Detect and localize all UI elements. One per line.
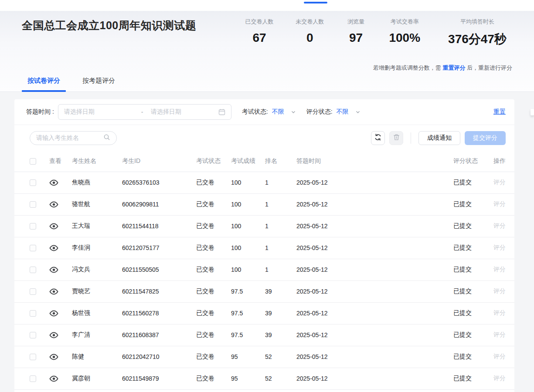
col-exam-score: 考试成绩 <box>226 151 260 172</box>
chevron-down-icon[interactable] <box>355 109 361 115</box>
table-row: 骆世航 60062909811 已交卷 100 1 2025-05-12 已提交… <box>14 193 514 215</box>
view-eye-icon[interactable] <box>49 243 58 253</box>
answer-time: 2025-05-12 <box>291 324 448 346</box>
table-row: 贾晓艺 60211547825 已交卷 97.5 39 2025-05-12 已… <box>14 280 514 302</box>
scrollbar-thumb[interactable] <box>531 109 534 115</box>
view-eye-icon[interactable] <box>49 222 58 231</box>
row-checkbox[interactable] <box>30 267 36 273</box>
row-checkbox[interactable] <box>30 201 36 208</box>
date-range-input[interactable]: 请选择日期 - 请选择日期 <box>58 104 231 120</box>
exam-status: 已交卷 <box>191 215 226 237</box>
stat-value: 100% <box>384 31 425 45</box>
row-checkbox[interactable] <box>30 223 36 230</box>
view-eye-icon[interactable] <box>49 331 58 340</box>
table-row: 冯文兵 60211550505 已交卷 100 1 2025-05-12 已提交… <box>14 259 514 280</box>
grading-status: 已提交 <box>448 280 483 302</box>
row-checkbox[interactable] <box>30 332 36 338</box>
grade-action-link[interactable]: 评分 <box>493 179 506 186</box>
date-end-placeholder: 请选择日期 <box>151 108 218 116</box>
view-eye-icon[interactable] <box>49 178 58 187</box>
exam-status-filter[interactable]: 考试状态: 不限 <box>242 108 296 116</box>
stat-item: 已交卷人数 67 <box>242 18 277 47</box>
grade-action-link[interactable]: 评分 <box>493 331 506 338</box>
row-checkbox[interactable] <box>30 310 36 317</box>
row-checkbox[interactable] <box>30 375 36 382</box>
view-eye-icon[interactable] <box>49 200 58 209</box>
refresh-button[interactable] <box>371 131 385 145</box>
stat-label: 浏览量 <box>343 18 369 26</box>
examinee-id: 60211608387 <box>117 324 191 346</box>
toolbar-actions: 成绩通知 提交评分 <box>371 131 506 145</box>
search-icon[interactable] <box>103 134 110 142</box>
score-status-value[interactable]: 不限 <box>337 108 349 116</box>
exam-score: 95 <box>226 346 260 368</box>
grade-action-link[interactable]: 评分 <box>493 266 506 273</box>
examinee-id: 60211560278 <box>117 302 191 324</box>
row-checkbox[interactable] <box>30 354 36 360</box>
stat-item: 未交卷人数 0 <box>293 18 327 47</box>
view-eye-icon[interactable] <box>49 352 58 362</box>
stat-value: 97 <box>343 31 369 45</box>
row-checkbox[interactable] <box>30 179 36 186</box>
examinee-name: 李佳润 <box>67 237 117 259</box>
grade-action-link[interactable]: 评分 <box>493 375 506 382</box>
view-eye-icon[interactable] <box>49 374 58 383</box>
row-checkbox[interactable] <box>30 245 36 251</box>
tab-label: 按试卷评分 <box>27 77 60 84</box>
score-notify-button[interactable]: 成绩通知 <box>418 131 460 145</box>
exam-status: 已交卷 <box>191 280 226 302</box>
exam-status-value[interactable]: 不限 <box>272 108 284 116</box>
grading-status: 已提交 <box>448 193 483 215</box>
exam-grading-screen: 全国总工会成立100周年知识测试题 已交卷人数 67 未交卷人数 0 浏览量 9… <box>0 0 534 392</box>
col-view: 查看 <box>41 151 67 172</box>
score-status-filter[interactable]: 评分状态: 不限 <box>306 108 361 116</box>
tab-score-by-question[interactable]: 按考题评分 <box>77 77 121 91</box>
examinee-id: 60211550505 <box>117 259 191 280</box>
reset-score-link[interactable]: 重置评分 <box>442 64 465 71</box>
examinee-name: 李广清 <box>67 324 117 346</box>
stat-value: 67 <box>242 31 277 45</box>
top-strip <box>0 0 534 11</box>
date-start-placeholder: 请选择日期 <box>64 108 141 116</box>
rank-value: 1 <box>260 237 291 259</box>
exam-status: 已交卷 <box>191 259 226 280</box>
filter-row: 答题时间 : 请选择日期 - 请选择日期 考试状态: 不限 <box>14 99 514 125</box>
calendar-icon[interactable] <box>218 108 225 115</box>
exam-header: 全国总工会成立100周年知识测试题 已交卷人数 67 未交卷人数 0 浏览量 9… <box>0 11 534 92</box>
col-examinee-id: 考生ID <box>117 151 191 172</box>
grading-status: 已提交 <box>448 215 483 237</box>
view-eye-icon[interactable] <box>49 309 58 318</box>
exam-score: 97.5 <box>226 302 260 324</box>
exam-status-label: 考试状态: <box>242 108 268 116</box>
grade-action-link[interactable]: 评分 <box>493 353 506 360</box>
select-all-checkbox[interactable] <box>30 158 36 165</box>
reset-filters-link[interactable]: 重置 <box>493 108 506 116</box>
table-row: 李广清 60211608387 已交卷 97.5 39 2025-05-12 已… <box>14 324 514 346</box>
rank-value: 1 <box>260 259 291 280</box>
examinee-name: 陈健 <box>67 346 117 368</box>
exam-score: 100 <box>226 237 260 259</box>
answer-time: 2025-05-12 <box>291 215 448 237</box>
examinee-name: 焦晓燕 <box>67 172 117 193</box>
grade-action-link[interactable]: 评分 <box>493 222 506 229</box>
tab-score-by-paper[interactable]: 按试卷评分 <box>22 77 66 91</box>
toolbar-row: 请输入考生姓名 <box>14 125 514 151</box>
examinee-id: 60211544118 <box>117 215 191 237</box>
grade-action-link[interactable]: 评分 <box>493 244 506 251</box>
view-eye-icon[interactable] <box>49 287 58 296</box>
col-actions: 操作 <box>483 151 514 172</box>
search-input[interactable]: 请输入考生姓名 <box>30 131 117 145</box>
table-row: 陈健 60212042710 已交卷 95 52 2025-05-12 已提交 … <box>14 346 514 368</box>
tab-bar: 按试卷评分 按考题评分 <box>22 77 121 91</box>
row-checkbox[interactable] <box>30 288 36 295</box>
refresh-icon <box>374 133 382 143</box>
date-separator: - <box>141 108 151 115</box>
stat-label: 考试交卷率 <box>384 18 425 26</box>
exam-score: 100 <box>226 172 260 193</box>
grade-action-link[interactable]: 评分 <box>493 309 506 316</box>
grade-action-link[interactable]: 评分 <box>493 200 506 207</box>
chevron-down-icon[interactable] <box>291 109 296 115</box>
grade-action-link[interactable]: 评分 <box>493 287 506 294</box>
table-row: 冀彦朝 60211549879 已交卷 95 52 2025-05-12 已提交… <box>14 368 514 389</box>
view-eye-icon[interactable] <box>49 265 58 274</box>
